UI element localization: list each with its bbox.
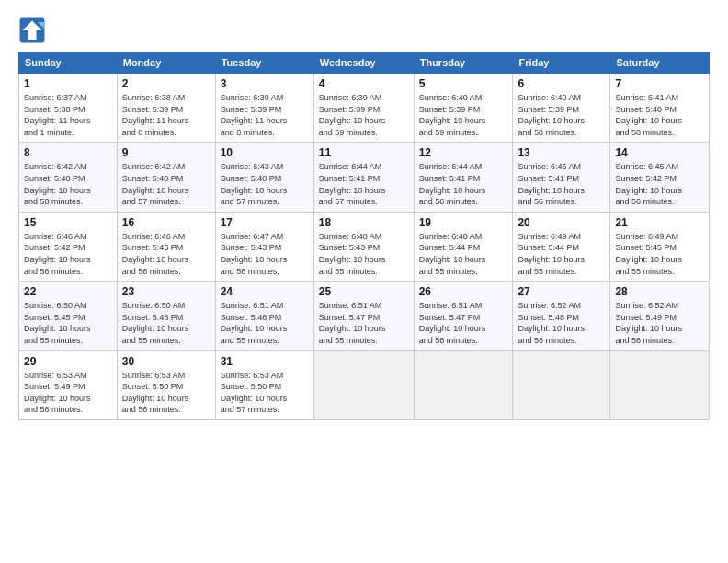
calendar-table: SundayMondayTuesdayWednesdayThursdayFrid… [18,52,710,420]
day-info: Sunrise: 6:48 AM Sunset: 5:43 PM Dayligh… [319,231,409,277]
day-info: Sunrise: 6:48 AM Sunset: 5:44 PM Dayligh… [419,231,508,277]
day-number: 20 [518,216,605,229]
weekday-header-sunday: Sunday [19,52,118,74]
day-info: Sunrise: 6:44 AM Sunset: 5:41 PM Dayligh… [419,161,508,207]
day-number: 9 [122,146,210,159]
day-info: Sunrise: 6:46 AM Sunset: 5:43 PM Dayligh… [122,231,210,277]
day-number: 1 [24,77,112,90]
day-number: 8 [24,146,112,159]
calendar-cell: 13Sunrise: 6:45 AM Sunset: 5:41 PM Dayli… [513,143,610,212]
day-info: Sunrise: 6:51 AM Sunset: 5:47 PM Dayligh… [419,300,508,346]
day-info: Sunrise: 6:39 AM Sunset: 5:39 PM Dayligh… [221,92,309,138]
day-info: Sunrise: 6:42 AM Sunset: 5:40 PM Dayligh… [122,161,210,207]
calendar-cell: 8Sunrise: 6:42 AM Sunset: 5:40 PM Daylig… [19,143,118,212]
day-number: 2 [122,77,210,90]
day-info: Sunrise: 6:41 AM Sunset: 5:40 PM Dayligh… [615,92,704,138]
day-info: Sunrise: 6:37 AM Sunset: 5:38 PM Dayligh… [24,92,112,138]
calendar-cell: 22Sunrise: 6:50 AM Sunset: 5:45 PM Dayli… [19,282,118,350]
day-info: Sunrise: 6:53 AM Sunset: 5:50 PM Dayligh… [221,370,309,416]
day-number: 30 [122,355,210,368]
day-info: Sunrise: 6:52 AM Sunset: 5:48 PM Dayligh… [518,300,605,346]
day-info: Sunrise: 6:51 AM Sunset: 5:47 PM Dayligh… [319,300,409,346]
calendar-cell: 1Sunrise: 6:37 AM Sunset: 5:38 PM Daylig… [19,74,118,143]
calendar-cell: 24Sunrise: 6:51 AM Sunset: 5:46 PM Dayli… [215,282,313,350]
day-info: Sunrise: 6:40 AM Sunset: 5:39 PM Dayligh… [419,92,508,138]
day-info: Sunrise: 6:49 AM Sunset: 5:44 PM Dayligh… [518,231,605,277]
calendar-cell: 5Sunrise: 6:40 AM Sunset: 5:39 PM Daylig… [414,74,513,143]
day-number: 23 [122,285,210,298]
calendar-cell: 19Sunrise: 6:48 AM Sunset: 5:44 PM Dayli… [414,212,513,281]
weekday-header-saturday: Saturday [610,52,710,74]
weekday-header-wednesday: Wednesday [313,52,414,74]
calendar-cell: 3Sunrise: 6:39 AM Sunset: 5:39 PM Daylig… [215,74,313,143]
week-row-5: 29Sunrise: 6:53 AM Sunset: 5:49 PM Dayli… [19,350,710,419]
day-number: 21 [615,216,704,229]
calendar-cell: 15Sunrise: 6:46 AM Sunset: 5:42 PM Dayli… [19,212,118,281]
calendar-cell: 26Sunrise: 6:51 AM Sunset: 5:47 PM Dayli… [414,282,513,350]
calendar-cell: 21Sunrise: 6:49 AM Sunset: 5:45 PM Dayli… [610,212,710,281]
calendar-cell [513,350,610,419]
day-info: Sunrise: 6:38 AM Sunset: 5:39 PM Dayligh… [122,92,210,138]
calendar-cell: 17Sunrise: 6:47 AM Sunset: 5:43 PM Dayli… [215,212,313,281]
week-row-4: 22Sunrise: 6:50 AM Sunset: 5:45 PM Dayli… [19,282,710,350]
calendar-cell: 31Sunrise: 6:53 AM Sunset: 5:50 PM Dayli… [215,350,313,419]
day-number: 19 [419,216,508,229]
day-number: 10 [221,146,309,159]
day-number: 12 [419,146,508,159]
calendar-cell: 14Sunrise: 6:45 AM Sunset: 5:42 PM Dayli… [610,143,710,212]
calendar-cell: 9Sunrise: 6:42 AM Sunset: 5:40 PM Daylig… [117,143,215,212]
day-number: 26 [419,285,508,298]
logo-icon [18,17,46,44]
calendar-cell [414,350,513,419]
day-number: 6 [518,77,605,90]
day-info: Sunrise: 6:53 AM Sunset: 5:50 PM Dayligh… [122,370,210,416]
calendar-cell: 28Sunrise: 6:52 AM Sunset: 5:49 PM Dayli… [610,282,710,350]
weekday-header-friday: Friday [513,52,610,74]
week-row-1: 1Sunrise: 6:37 AM Sunset: 5:38 PM Daylig… [19,74,710,143]
calendar-cell: 16Sunrise: 6:46 AM Sunset: 5:43 PM Dayli… [117,212,215,281]
day-number: 28 [615,285,704,298]
page: SundayMondayTuesdayWednesdayThursdayFrid… [0,0,728,563]
day-number: 15 [24,216,112,229]
day-number: 5 [419,77,508,90]
calendar-cell: 7Sunrise: 6:41 AM Sunset: 5:40 PM Daylig… [610,74,710,143]
weekday-header-row: SundayMondayTuesdayWednesdayThursdayFrid… [19,52,710,74]
calendar-cell: 2Sunrise: 6:38 AM Sunset: 5:39 PM Daylig… [117,74,215,143]
weekday-header-tuesday: Tuesday [215,52,313,74]
day-number: 16 [122,216,210,229]
day-number: 13 [518,146,605,159]
day-info: Sunrise: 6:52 AM Sunset: 5:49 PM Dayligh… [615,300,704,346]
day-number: 4 [319,77,409,90]
day-number: 7 [615,77,704,90]
calendar-cell: 25Sunrise: 6:51 AM Sunset: 5:47 PM Dayli… [313,282,414,350]
day-info: Sunrise: 6:50 AM Sunset: 5:45 PM Dayligh… [24,300,112,346]
day-number: 3 [221,77,309,90]
calendar-cell: 10Sunrise: 6:43 AM Sunset: 5:40 PM Dayli… [215,143,313,212]
week-row-2: 8Sunrise: 6:42 AM Sunset: 5:40 PM Daylig… [19,143,710,212]
logo [18,17,50,44]
day-number: 25 [319,285,409,298]
day-info: Sunrise: 6:50 AM Sunset: 5:46 PM Dayligh… [122,300,210,346]
day-number: 11 [319,146,409,159]
day-info: Sunrise: 6:39 AM Sunset: 5:39 PM Dayligh… [319,92,409,138]
calendar-cell [610,350,710,419]
calendar-cell: 12Sunrise: 6:44 AM Sunset: 5:41 PM Dayli… [414,143,513,212]
calendar-cell [313,350,414,419]
day-info: Sunrise: 6:43 AM Sunset: 5:40 PM Dayligh… [221,161,309,207]
weekday-header-thursday: Thursday [414,52,513,74]
day-info: Sunrise: 6:40 AM Sunset: 5:39 PM Dayligh… [518,92,605,138]
day-info: Sunrise: 6:44 AM Sunset: 5:41 PM Dayligh… [319,161,409,207]
calendar-cell: 18Sunrise: 6:48 AM Sunset: 5:43 PM Dayli… [313,212,414,281]
calendar-cell: 23Sunrise: 6:50 AM Sunset: 5:46 PM Dayli… [117,282,215,350]
day-info: Sunrise: 6:46 AM Sunset: 5:42 PM Dayligh… [24,231,112,277]
week-row-3: 15Sunrise: 6:46 AM Sunset: 5:42 PM Dayli… [19,212,710,281]
day-number: 31 [221,355,309,368]
day-number: 27 [518,285,605,298]
calendar-cell: 20Sunrise: 6:49 AM Sunset: 5:44 PM Dayli… [513,212,610,281]
day-number: 22 [24,285,112,298]
day-info: Sunrise: 6:49 AM Sunset: 5:45 PM Dayligh… [615,231,704,277]
header [18,17,710,44]
calendar-cell: 11Sunrise: 6:44 AM Sunset: 5:41 PM Dayli… [313,143,414,212]
day-info: Sunrise: 6:45 AM Sunset: 5:42 PM Dayligh… [615,161,704,207]
calendar-cell: 29Sunrise: 6:53 AM Sunset: 5:49 PM Dayli… [19,350,118,419]
